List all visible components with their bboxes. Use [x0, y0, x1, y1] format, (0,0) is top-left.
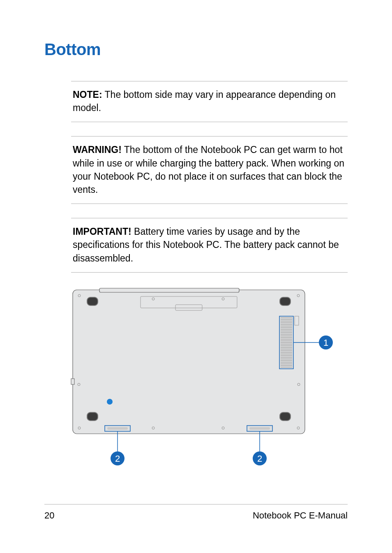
note-label: NOTE:: [73, 89, 102, 100]
speaker-left: [105, 426, 130, 431]
callout-2-right: 2: [253, 451, 267, 465]
svg-point-19: [107, 399, 113, 405]
speaker-right: [247, 426, 272, 431]
svg-rect-0: [73, 290, 305, 434]
callout-2-left: 2: [111, 451, 125, 465]
divider: [71, 204, 348, 204]
svg-rect-54: [107, 427, 128, 430]
svg-rect-18: [71, 379, 74, 384]
important-label: IMPORTANT!: [73, 226, 131, 237]
svg-rect-56: [249, 427, 270, 430]
doc-title: Notebook PC E-Manual: [253, 510, 348, 521]
laptop-bottom-diagram: 1 2 2: [56, 287, 336, 476]
important-block: IMPORTANT! Battery time varies by usage …: [71, 218, 348, 273]
note-text: NOTE: The bottom side may vary in appear…: [71, 81, 348, 122]
page-number: 20: [44, 510, 54, 521]
callout-1: 1: [319, 336, 333, 349]
diagram-svg: 1 2 2: [56, 287, 336, 476]
svg-rect-17: [280, 412, 291, 421]
diagram-container: 1 2 2: [44, 287, 348, 476]
warning-label: WARNING!: [73, 144, 122, 155]
svg-rect-1: [99, 288, 239, 292]
page-footer: 20 Notebook PC E-Manual: [44, 504, 348, 521]
section-title: Bottom: [44, 40, 348, 59]
svg-rect-15: [280, 297, 291, 305]
svg-text:2: 2: [257, 454, 262, 464]
divider: [71, 272, 348, 273]
svg-text:1: 1: [323, 338, 328, 348]
svg-rect-14: [87, 297, 98, 305]
svg-text:2: 2: [115, 454, 120, 464]
note-block: NOTE: The bottom side may vary in appear…: [71, 81, 348, 122]
note-body: The bottom side may vary in appearance d…: [73, 89, 336, 113]
warning-text: WARNING! The bottom of the Notebook PC c…: [71, 137, 348, 204]
important-text: IMPORTANT! Battery time varies by usage …: [71, 218, 348, 272]
warning-block: WARNING! The bottom of the Notebook PC c…: [71, 136, 348, 204]
svg-rect-16: [87, 412, 98, 421]
divider: [71, 122, 348, 122]
